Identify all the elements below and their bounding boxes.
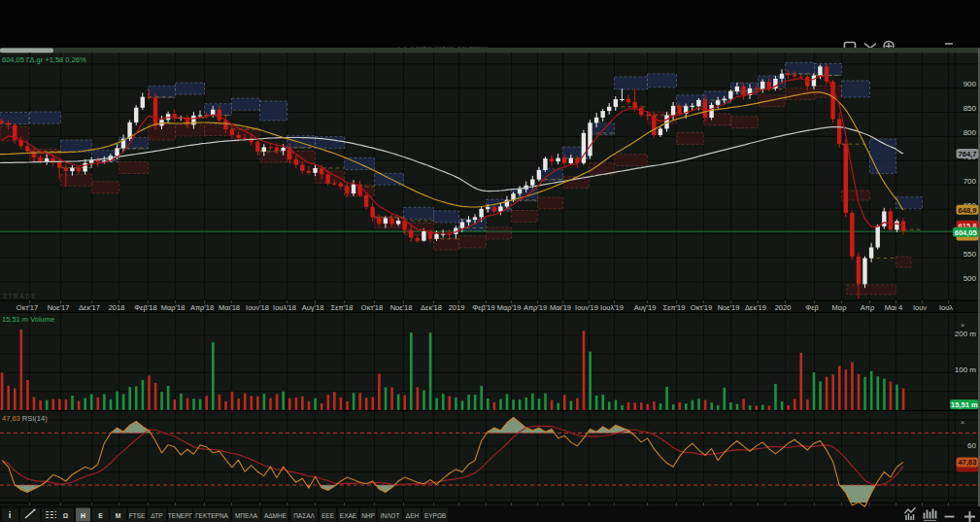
svg-text:Ιουλ'19: Ιουλ'19 [600, 303, 624, 312]
svg-text:200 m: 200 m [955, 330, 977, 338]
svg-text:Μαρ'18: Μαρ'18 [161, 303, 186, 312]
svg-text:15,51 m Volume: 15,51 m Volume [2, 315, 54, 324]
svg-text:604,05 ΓΔ.gr +1,58 0,26%: 604,05 ΓΔ.gr +1,58 0,26% [2, 55, 86, 64]
svg-text:Νοε'18: Νοε'18 [390, 303, 413, 312]
svg-text:Αυγ'19: Αυγ'19 [634, 303, 657, 312]
svg-text:ΔΤΡ: ΔΤΡ [151, 512, 162, 519]
svg-text:2020: 2020 [775, 303, 792, 312]
svg-text:ΕΧΑΕ: ΕΧΑΕ [340, 512, 357, 519]
svg-text:764,7: 764,7 [959, 150, 977, 158]
svg-text:Οκτ'19: Οκτ'19 [691, 303, 712, 312]
svg-text:ΝΗΡ: ΝΗΡ [361, 512, 375, 519]
svg-text:H: H [81, 512, 85, 519]
svg-text:Ιουν: Ιουν [913, 303, 927, 312]
svg-text:47,63 RSI(14): 47,63 RSI(14) [2, 414, 48, 423]
svg-text:Απρ'18: Απρ'18 [190, 303, 214, 312]
svg-text:ΕΕΕ: ΕΕΕ [321, 512, 335, 519]
svg-text:×: × [961, 418, 965, 427]
svg-text:ΠΑΣΑΛ: ΠΑΣΑΛ [293, 512, 315, 519]
svg-text:2019: 2019 [449, 303, 465, 312]
svg-text:Οκτ'18: Οκτ'18 [361, 303, 383, 312]
svg-text:Φεβ'18: Φεβ'18 [134, 303, 156, 312]
svg-text:Ιουλ'18: Ιουλ'18 [273, 303, 296, 312]
svg-text:Δεκ'17: Δεκ'17 [79, 303, 100, 312]
svg-text:i: i [9, 509, 12, 520]
svg-text:Ιουλ: Ιουλ [939, 303, 953, 312]
svg-text:Ιουν'19: Ιουν'19 [575, 303, 598, 312]
svg-text:Νοε'17: Νοε'17 [48, 303, 70, 312]
svg-text:Φεβ: Φεβ [805, 303, 819, 312]
svg-text:FTSE: FTSE [129, 512, 146, 519]
svg-text:Μαρ'19: Μαρ'19 [497, 303, 522, 312]
svg-text:ZTRADE: ZTRADE [3, 293, 37, 299]
svg-text:Σεπ'19: Σεπ'19 [663, 303, 686, 312]
svg-text:Απρ'19: Απρ'19 [524, 303, 547, 312]
svg-text:Μαι'18: Μαι'18 [219, 303, 240, 312]
svg-text:ΙΝΛΟΤ: ΙΝΛΟΤ [381, 512, 400, 519]
svg-text:ΔΕΗ: ΔΕΗ [406, 512, 420, 519]
svg-text:500: 500 [963, 274, 977, 283]
svg-text:550: 550 [963, 250, 977, 259]
svg-text:Οκτ'17: Οκτ'17 [17, 303, 38, 312]
svg-text:Μαρ: Μαρ [832, 303, 847, 312]
svg-text:60: 60 [967, 441, 976, 450]
svg-text:ΑΔΜΗΕ: ΑΔΜΗΕ [264, 512, 287, 519]
svg-text:900: 900 [963, 80, 977, 88]
svg-text:47,63: 47,63 [959, 458, 977, 467]
svg-text:×: × [961, 321, 965, 330]
svg-text:800: 800 [963, 128, 977, 137]
svg-text:ΓΕΚΤΕΡΝΑ: ΓΕΚΤΕΡΝΑ [195, 512, 229, 519]
svg-text:Ιουν'18: Ιουν'18 [246, 303, 269, 312]
svg-text:ΜΠΕΛΑ: ΜΠΕΛΑ [235, 512, 258, 519]
svg-text:850: 850 [963, 104, 977, 113]
svg-text:ΕΥΡΩΒ: ΕΥΡΩΒ [424, 512, 446, 519]
svg-text:Νοε'19: Νοε'19 [718, 303, 740, 312]
svg-text:2018: 2018 [109, 303, 125, 312]
svg-text:Αυγ'18: Αυγ'18 [302, 303, 324, 312]
svg-text:Ω: Ω [63, 512, 69, 519]
svg-text:Απρ: Απρ [861, 303, 874, 312]
svg-text:Μαι 4: Μαι 4 [885, 303, 903, 312]
svg-text:100 m: 100 m [955, 365, 977, 374]
svg-text:Δεκ'18: Δεκ'18 [421, 303, 442, 312]
svg-text:M: M [116, 512, 121, 519]
svg-text:E: E [98, 512, 103, 519]
svg-text:Σεπ'18: Σεπ'18 [331, 303, 354, 312]
svg-text:604,05: 604,05 [955, 228, 977, 237]
svg-text:Μαι'19: Μαι'19 [550, 303, 571, 312]
svg-text:Δεκ'19: Δεκ'19 [745, 303, 766, 312]
svg-text:15,51 m: 15,51 m [951, 400, 978, 409]
svg-text:648,9: 648,9 [959, 206, 977, 215]
svg-text:700: 700 [963, 177, 977, 186]
svg-text:ΤΕΝΕΡΓ: ΤΕΝΕΡΓ [168, 512, 193, 519]
svg-text:Φεβ'19: Φεβ'19 [472, 303, 494, 312]
